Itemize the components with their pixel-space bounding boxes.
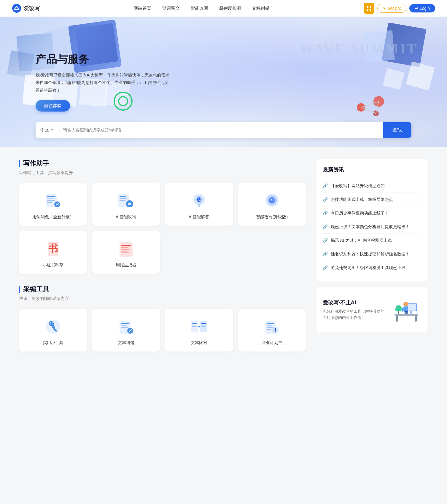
search-button[interactable]: 查找: [383, 122, 411, 138]
svg-rect-70: [415, 316, 417, 322]
svg-rect-36: [50, 243, 57, 244]
tool-xiaohongshu[interactable]: 书 小红书种草: [19, 231, 87, 274]
svg-rect-59: [201, 326, 206, 327]
tool-text-compare[interactable]: 文本比对: [165, 309, 233, 352]
svg-rect-4: [367, 9, 368, 11]
search-bar: 中文 ▼ 查找: [36, 122, 411, 138]
smart-rewrite-pro-icon: AI: [263, 191, 281, 210]
hero-cta-button[interactable]: 前往体验: [36, 100, 70, 112]
molecule-deco: [352, 93, 388, 123]
svg-text:书: 书: [48, 243, 58, 254]
ai-rewrite-icon: AI: [117, 191, 136, 210]
promo-image: [392, 295, 421, 325]
tool-weekly-report[interactable]: 周报生成器: [92, 231, 160, 274]
svg-rect-82: [405, 311, 406, 314]
practical-icon: [44, 317, 63, 336]
writing-tools-grid: 用词润色（全新升级） AI: [19, 183, 306, 274]
chevron-down-icon: ▼: [50, 128, 53, 132]
tool-ai-answer[interactable]: AI AI智能解答: [165, 183, 233, 226]
nav-correction[interactable]: 文稿纠错: [252, 6, 270, 11]
tool-practical[interactable]: 实用小工具: [19, 309, 87, 352]
login-button[interactable]: ↩ Login: [409, 4, 435, 12]
search-input[interactable]: [58, 122, 383, 138]
svg-rect-73: [410, 311, 412, 314]
svg-rect-49: [121, 325, 127, 326]
svg-rect-17: [47, 202, 53, 203]
left-column: 写作助手 写作辅助工具，撰写效率提升: [19, 159, 306, 363]
svg-rect-2: [367, 6, 368, 8]
link-icon-1: 🔗: [323, 197, 328, 202]
nav-dict[interactable]: 查词释义: [162, 6, 180, 11]
word-polish-icon: [44, 191, 63, 210]
svg-rect-83: [406, 311, 408, 314]
svg-rect-5: [370, 9, 371, 11]
svg-rect-69: [396, 316, 398, 322]
nav-rewrite[interactable]: 智能改写: [190, 6, 208, 11]
news-item-2[interactable]: 🔗 今日历史事件查询功能上线了！: [323, 206, 421, 220]
promo-box: 爱改写·不止AI 充分利用爱改写的工具，解锁其功能并利用您的内容工作流。: [316, 287, 428, 333]
login-icon: ↩: [415, 6, 418, 11]
business-plan-label: 商业计划书: [262, 340, 282, 346]
news-item-4[interactable]: 🔗 揭示 AI 之谜：AI 内容检测器上线: [323, 234, 421, 247]
caibian-subtitle: 快速、高效的辅助采编内容: [19, 296, 306, 301]
writing-title-text: 写作助手: [23, 159, 49, 168]
hero-desc: 我·爱改写已经全面接入国内AI大模型，作为你的智能伙伴，无论您的需求来自哪个领域…: [36, 71, 172, 94]
logo-icon: [12, 4, 21, 13]
svg-rect-81: [402, 308, 403, 312]
weekly-report-label: 周报生成器: [116, 263, 136, 268]
smart-rewrite-pro-label: 智能改写(升级版): [256, 214, 288, 220]
logo[interactable]: 爱改写: [12, 4, 40, 13]
svg-rect-68: [394, 314, 418, 316]
news-text-5: 姓名识别利器：快速提取和解析姓名数据！: [331, 251, 410, 257]
tool-word-polish[interactable]: 用词润色（全新升级）: [19, 183, 87, 226]
tool-ai-rewrite[interactable]: AI AI智能改写: [92, 183, 160, 226]
ai-rewrite-label: AI智能改写: [116, 214, 136, 220]
title-bar-decoration: [19, 160, 20, 167]
nav-home[interactable]: 网站首页: [133, 6, 151, 11]
writing-section: 写作助手 写作辅助工具，撰写效率提升: [19, 159, 306, 274]
go-pro-button[interactable]: ☀ GO pro: [377, 4, 406, 13]
news-item-5[interactable]: 🔗 姓名识别利器：快速提取和解析姓名数据！: [323, 247, 421, 261]
go-pro-icon: ☀: [382, 6, 386, 11]
login-label: Login: [420, 6, 430, 11]
hero-banner: WAVE SUMMIT 产品与服务 我·爱改写已经全面接入国内AI大模型，作为你…: [0, 17, 447, 147]
svg-rect-15: [47, 198, 54, 199]
svg-rect-38: [121, 245, 131, 246]
text-compare-icon: [190, 317, 209, 336]
news-item-3[interactable]: 🔗 现已上线！文本颜色分析器让提取更精准！: [323, 220, 421, 234]
hero-title: 产品与服务: [36, 52, 172, 67]
link-icon-3: 🔗: [323, 224, 328, 229]
link-icon-2: 🔗: [323, 211, 328, 215]
svg-rect-62: [267, 325, 272, 326]
tool-text-correction[interactable]: 文本纠错: [92, 309, 160, 352]
grid-button[interactable]: [364, 3, 374, 14]
logo-text: 爱改写: [24, 5, 40, 12]
grid-icon: [366, 6, 372, 11]
main-nav: 网站首页 查词释义 智能改写 原创度检测 文稿纠错: [133, 6, 270, 11]
svg-point-29: [198, 204, 201, 207]
caibian-title-bar: [19, 286, 20, 293]
svg-rect-61: [267, 323, 274, 324]
link-icon-0: 🔗: [323, 183, 328, 188]
xiaohongshu-icon: 书: [44, 239, 63, 258]
tool-smart-rewrite-pro[interactable]: AI 智能改写(升级版): [238, 183, 306, 226]
svg-rect-67: [275, 328, 276, 332]
promo-desc: 充分利用爱改写的工具，解锁其功能并利用您的内容工作流。: [323, 309, 387, 321]
svg-point-77: [398, 307, 403, 311]
main-content: 写作助手 写作辅助工具，撰写效率提升: [7, 147, 440, 374]
tool-business-plan[interactable]: 商业计划书: [238, 309, 306, 352]
svg-rect-64: [267, 329, 271, 330]
svg-rect-63: [267, 327, 273, 328]
svg-point-18: [54, 201, 60, 207]
search-lang-selector[interactable]: 中文 ▼: [36, 122, 58, 138]
svg-rect-48: [121, 323, 129, 324]
news-item-6[interactable]: 🔗 避免违规词汇！极限词检测工具现已上线: [323, 261, 421, 274]
svg-rect-3: [370, 6, 371, 8]
news-item-1[interactable]: 🔗 热搜功能正式上线！掌握网络热点: [323, 193, 421, 206]
weekly-report-icon: [117, 239, 136, 258]
nav-original[interactable]: 原创度检测: [219, 6, 241, 11]
promo-title: 爱改写·不止AI: [323, 299, 387, 306]
news-item-0[interactable]: 🔗 【爱改写】网站升级模型通知: [323, 179, 421, 193]
svg-point-1: [16, 6, 18, 7]
practical-label: 实用小工具: [43, 340, 63, 346]
